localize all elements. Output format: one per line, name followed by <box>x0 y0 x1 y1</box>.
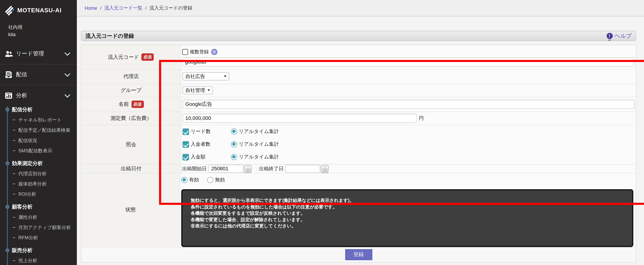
row-cost: 測定費（広告費） 円 <box>82 112 636 125</box>
submenu-item-2[interactable]: −配信予定／配信結果検索 <box>0 125 77 135</box>
bullet-icon <box>5 108 9 112</box>
help-label: ヘルプ <box>614 32 632 40</box>
calendar-icon[interactable]: JAN <box>244 165 252 173</box>
menu-item-label: リード管理 <box>16 50 44 58</box>
unselected-radio[interactable] <box>207 177 213 183</box>
submenu-item-label: RFM分析 <box>18 235 38 240</box>
name-input[interactable] <box>182 100 635 109</box>
selected-radio[interactable] <box>181 177 187 183</box>
submenu-item-12[interactable]: −RFM分析 <box>0 233 77 243</box>
status-label-cell: 状態 <box>82 173 180 247</box>
name-label: 名前 <box>118 101 129 108</box>
dash-icon: − <box>13 117 16 122</box>
group-label: グループ <box>120 87 142 94</box>
submenu-item-11[interactable]: −月別アクティブ顧客分析 <box>0 223 77 233</box>
source-code-label: 流入元コード <box>108 53 139 60</box>
dash-icon: − <box>13 138 16 143</box>
selected-radio[interactable] <box>231 141 237 147</box>
status-note-line-1: 条件に設定されているものを無効にした場合は以下の注意が必要です。 <box>191 204 624 210</box>
calendar-icon[interactable]: JAN <box>321 165 328 173</box>
sidebar-menu: リード管理配信分析 <box>0 43 77 106</box>
breadcrumb-item-1[interactable]: 流入元コード一覧 <box>104 5 142 11</box>
submenu-item-1[interactable]: −チャネル別レポート <box>0 115 77 125</box>
submenu-item-3[interactable]: −配信状況 <box>0 135 77 146</box>
agency-value-cell: 自社広告 <box>181 69 636 84</box>
help-link[interactable]: ! ヘルプ <box>606 32 632 40</box>
dash-icon: − <box>13 235 16 240</box>
submenu-item-14[interactable]: −売上分析 <box>0 256 77 265</box>
status-note-line-0: 無効にすると、選択肢から非表示にできます(集計結果などには表示されます)。 <box>191 198 624 204</box>
inquiry-label-cell: 照会 <box>82 125 181 164</box>
sidebar-menu-item-1[interactable]: 配信 <box>0 64 77 85</box>
period-start-label: 出稿開始日 <box>182 165 207 172</box>
selected-radio[interactable] <box>231 154 237 160</box>
inquiry-radio-label: リアルタイム集計 <box>239 128 279 135</box>
cost-unit-label: 円 <box>419 115 424 122</box>
period-start-input[interactable] <box>208 165 244 173</box>
breadcrumb: Home/流入元コード一覧/流入元コードの登録 <box>77 0 644 16</box>
chart-icon <box>4 91 13 100</box>
row-agency: 代理店 自社広告 <box>82 69 636 84</box>
calendar-dots <box>322 168 328 172</box>
cost-value-cell: 円 <box>181 112 636 125</box>
submenu-section-13[interactable]: 販売分析 <box>0 246 77 256</box>
dash-icon: − <box>13 192 16 197</box>
source-code-input[interactable] <box>182 57 634 66</box>
source-code-label-cell: 流入元コード 必須 <box>82 45 181 69</box>
breadcrumb-item-0[interactable]: Home <box>84 5 97 10</box>
checked-checkbox[interactable] <box>182 141 189 148</box>
page-title: 流入元コードの登録 <box>86 32 606 40</box>
row-status: 状態 有効無効 無効にすると、選択肢から非表示にできます(集計結果などには表示さ… <box>82 173 636 248</box>
selected-radio[interactable] <box>231 128 237 135</box>
user-name: kita <box>8 31 77 38</box>
question-help-icon[interactable]: ? <box>211 49 217 55</box>
submit-button[interactable]: 登録 <box>345 249 372 260</box>
cost-input[interactable] <box>182 114 417 123</box>
agency-select[interactable]: 自社広告 <box>182 72 229 80</box>
required-badge: 必須 <box>131 101 144 108</box>
calendar-dots <box>245 168 250 172</box>
multi-register-line: 複数登録 ? <box>182 48 634 55</box>
cost-label-cell: 測定費（広告費） <box>82 112 181 125</box>
row-period: 出稿日付 出稿開始日 JAN 出稿終了日 J <box>82 165 636 173</box>
sidebar-menu-item-0[interactable]: リード管理 <box>0 43 77 64</box>
submenu-item-label: 媒体効率分析 <box>18 181 47 186</box>
dash-icon: − <box>13 128 16 133</box>
form-footer: 登録 <box>81 248 636 263</box>
submenu-item-6[interactable]: −代理店別分析 <box>0 169 77 179</box>
chevron-down-icon <box>64 50 70 56</box>
submenu-item-label: SMS配信数表示 <box>18 148 52 153</box>
inquiry-checkbox-label: 入金額 <box>191 153 231 161</box>
form-table: 流入元コード 必須 複数登録 ? <box>81 45 636 248</box>
submenu-item-7[interactable]: −媒体効率分析 <box>0 179 77 189</box>
submenu-item-label: 月別アクティブ顧客分析 <box>18 225 71 230</box>
app-window: MOTENASU-AI 社内用 kita リード管理配信分析 配信分析−チャネル… <box>0 0 644 265</box>
multi-register-label: 複数登録 <box>190 49 209 55</box>
submenu-section-5[interactable]: 効果測定分析 <box>0 158 77 169</box>
submenu-item-label: 配信状況 <box>18 138 37 143</box>
status-note-line-3: 各機能で変更した場合、設定が解除されてしまいます。 <box>191 217 624 223</box>
group-select[interactable]: 自社管理 <box>182 86 213 94</box>
group-selected-value: 自社管理 <box>185 87 205 94</box>
submenu-item-10[interactable]: −属性分析 <box>0 212 77 223</box>
users-icon <box>4 50 13 58</box>
inquiry-label: 照会 <box>126 141 136 148</box>
content-area: 流入元コードの登録 ! ヘルプ 流入元コード 必須 <box>77 16 644 265</box>
submenu-item-4[interactable]: −SMS配信数表示 <box>0 146 77 156</box>
period-end-input[interactable] <box>285 165 320 173</box>
checked-checkbox[interactable] <box>182 154 189 160</box>
submenu-section-9[interactable]: 顧客分析 <box>0 202 77 212</box>
multi-register-checkbox[interactable] <box>182 49 188 55</box>
submenu-item-label: ROI分析 <box>18 192 36 197</box>
checked-checkbox[interactable] <box>182 128 189 135</box>
inquiry-line-1: 入金者数リアルタイム集計 <box>182 138 636 151</box>
submenu-item-label: 売上分析 <box>18 258 37 263</box>
sidebar: MOTENASU-AI 社内用 kita リード管理配信分析 配信分析−チャネル… <box>0 0 77 265</box>
main-area: Home/流入元コード一覧/流入元コードの登録 流入元コードの登録 ! ヘルプ … <box>77 0 644 265</box>
calendar-month-label: JAN <box>322 166 328 168</box>
submenu-section-0[interactable]: 配信分析 <box>0 105 77 115</box>
app-logo: MOTENASU-AI <box>0 0 77 17</box>
status-option-1: 無効 <box>207 176 225 183</box>
agency-label-cell: 代理店 <box>82 69 181 84</box>
submenu-item-8[interactable]: −ROI分析 <box>0 189 77 199</box>
